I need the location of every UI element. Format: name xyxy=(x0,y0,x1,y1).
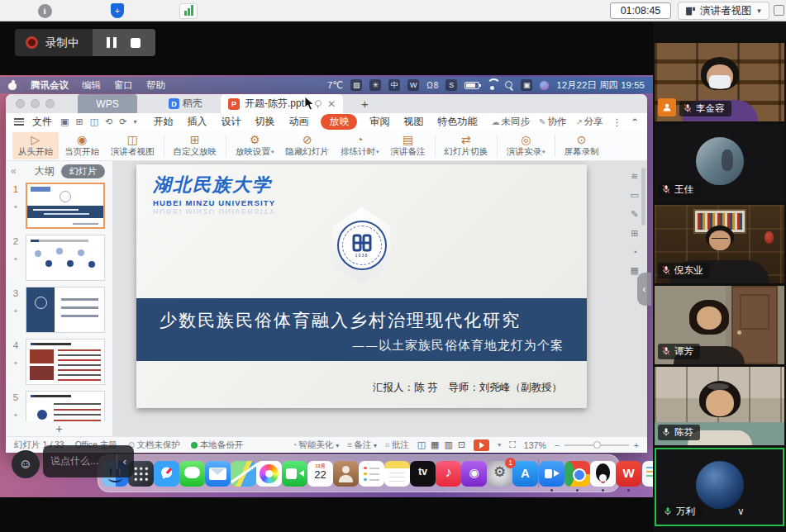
wps-menubar-icon[interactable]: W xyxy=(407,79,419,91)
protect-status[interactable]: ⊙文档未保护 xyxy=(128,439,180,451)
more-options-icon[interactable]: ⋮ xyxy=(612,116,622,128)
collapse-panel-icon[interactable]: « xyxy=(11,165,17,177)
window-controls[interactable] xyxy=(16,99,55,108)
wps-home-button[interactable]: WPS xyxy=(78,94,137,113)
dock-maps-icon[interactable] xyxy=(231,461,256,487)
canvas-side-tools[interactable]: ≋▭✎⊞◔▦ xyxy=(631,171,639,276)
more-caret-icon[interactable]: ▾ xyxy=(133,118,136,126)
hamburger-menu-icon[interactable] xyxy=(14,118,24,126)
pin-tab-icon[interactable] xyxy=(314,100,321,108)
chat-input[interactable]: 说点什么... ‹ xyxy=(43,445,134,477)
quick-access-toolbar[interactable]: ▣ ⊞ ◫ ⟲ ⟳ ▾ xyxy=(60,116,136,127)
new-tab-button[interactable]: + xyxy=(361,97,369,111)
beautify-button[interactable]: ◔智能美化 ▾ xyxy=(292,439,339,451)
zoom-slider[interactable] xyxy=(564,444,629,446)
dock-appstore-icon[interactable] xyxy=(512,461,538,487)
network-signal-icon[interactable] xyxy=(179,2,198,19)
notes-button[interactable]: ≡备注 ▾ xyxy=(347,439,377,451)
participant-tile[interactable]: 倪东业 xyxy=(655,205,784,283)
notification-bell-icon[interactable]: Ω8 xyxy=(426,81,438,90)
dock-safari-icon[interactable] xyxy=(154,461,179,487)
zoom-out-button[interactable]: − xyxy=(555,440,560,450)
ribbon-button-从头开始[interactable]: ▷从头开始 xyxy=(12,132,59,159)
apple-menu-icon[interactable] xyxy=(8,80,17,90)
add-slide-button[interactable]: + xyxy=(6,421,112,436)
slides-tab[interactable]: 幻灯片 xyxy=(61,164,105,178)
sync-status[interactable]: ☁未同步 xyxy=(492,116,531,128)
stop-recording-button[interactable] xyxy=(131,38,141,48)
screen-record-icon[interactable]: ▨ xyxy=(350,79,362,91)
reading-view-icon[interactable]: ▥ xyxy=(445,439,453,450)
pause-recording-button[interactable] xyxy=(107,37,117,48)
play-caret-icon[interactable]: ▾ xyxy=(498,441,501,449)
export-icon[interactable]: ⊞ xyxy=(75,116,83,127)
comments-button[interactable]: ⌗批注 xyxy=(385,439,409,451)
siri-icon[interactable] xyxy=(540,81,549,90)
menubar-menu-1[interactable]: 编辑 xyxy=(82,79,101,92)
security-shield-icon[interactable]: + xyxy=(109,2,126,19)
menubar-menu-3[interactable]: 帮助 xyxy=(146,79,165,92)
dock-appletv-icon[interactable] xyxy=(410,461,436,487)
collab-button[interactable]: ✎协作 xyxy=(539,116,566,128)
slide-thumbnail-4[interactable]: 4✦ xyxy=(6,339,112,385)
dock-music-icon[interactable] xyxy=(436,461,461,487)
slide-thumbnail-2[interactable]: 2✦ xyxy=(6,235,112,281)
record-view-icon[interactable]: ⊡ xyxy=(458,439,465,450)
dock-chrome-icon[interactable] xyxy=(564,461,590,487)
participant-tile[interactable]: 李金容 xyxy=(655,43,784,121)
redo-icon[interactable]: ⟳ xyxy=(119,116,126,127)
dock-reminders-icon[interactable] xyxy=(359,461,384,487)
sidebar-collapse-handle[interactable]: ‹ xyxy=(637,273,651,306)
canvas-scrollbar[interactable] xyxy=(641,168,645,226)
dock-contacts-icon[interactable] xyxy=(333,461,359,487)
ribbon-button-自定义放映[interactable]: ⊞自定义放映 xyxy=(168,132,223,159)
ribbon-button-幻灯片切换[interactable]: ⇄幻灯片切换 xyxy=(439,132,494,159)
ribbon-tab-动画[interactable]: 动画 xyxy=(287,114,310,130)
participant-options-chevron[interactable]: ∨ xyxy=(737,506,745,517)
outline-tab[interactable]: 大纲 xyxy=(35,164,55,178)
ribbon-button-演讲实录[interactable]: ◎演讲实录▾ xyxy=(501,132,551,159)
slide-thumbnail-1[interactable]: 1✦ xyxy=(6,183,112,229)
input-method-icon[interactable]: 中 xyxy=(388,79,400,91)
docer-tab[interactable]: D稻壳 xyxy=(169,97,202,111)
ribbon-button-排练计时[interactable]: ◔排练计时▾ xyxy=(335,132,385,159)
ribbon-button-放映设置[interactable]: ⚙放映设置▾ xyxy=(230,132,280,159)
dock-notes-icon[interactable] xyxy=(384,461,410,487)
dock-wps-icon[interactable] xyxy=(616,461,641,487)
dock-mail-icon[interactable] xyxy=(205,461,231,487)
emoji-button[interactable]: ☺ xyxy=(12,450,40,478)
dock-folder-icon[interactable] xyxy=(642,461,653,487)
document-tab[interactable]: P 开题-陈芬.pptx ✕ xyxy=(221,94,343,113)
wifi-icon[interactable] xyxy=(487,82,498,89)
dock-photos-icon[interactable] xyxy=(256,461,282,487)
participant-tile-active-speaker[interactable]: 万利 ∨ xyxy=(655,448,784,526)
spotlight-search-icon[interactable] xyxy=(505,81,513,89)
dock-settings-icon[interactable]: 1 xyxy=(487,461,512,487)
dock-facetime-icon[interactable] xyxy=(282,461,307,487)
participant-tile[interactable]: 陈芬 xyxy=(655,367,784,445)
menubar-menu-2[interactable]: 窗口 xyxy=(114,79,133,92)
print-icon[interactable]: ◫ xyxy=(90,116,98,127)
save-icon[interactable]: ▣ xyxy=(60,116,69,127)
ribbon-tab-开始[interactable]: 开始 xyxy=(151,114,174,130)
zoom-percent[interactable]: 137% xyxy=(524,440,546,450)
play-slideshow-button[interactable] xyxy=(474,439,489,451)
menubar-menu-0[interactable]: 腾讯会议 xyxy=(31,79,69,92)
dock-podcasts-icon[interactable] xyxy=(461,461,487,487)
dock-calendar-icon[interactable]: 12月22 xyxy=(307,461,333,487)
participant-tile[interactable]: 王佳 xyxy=(655,124,784,202)
app-s-icon[interactable]: S xyxy=(445,79,457,91)
normal-view-icon[interactable]: ◫ xyxy=(417,439,426,450)
participant-tile[interactable]: 谭芳 xyxy=(655,286,784,364)
ribbon-tab-设计[interactable]: 设计 xyxy=(219,114,242,130)
menubar-datetime[interactable]: 12月22日 周四 19:55 xyxy=(556,79,645,92)
slide-thumbnail-3[interactable]: 3✦ xyxy=(6,287,112,333)
ribbon-button-演讲者视图[interactable]: ◫演讲者视图 xyxy=(105,132,160,159)
fit-window-icon[interactable]: ⛶ xyxy=(509,439,516,450)
helper-icon[interactable]: ✳ xyxy=(369,79,381,91)
close-tab-icon[interactable]: ✕ xyxy=(327,98,336,110)
share-button[interactable]: ↗分享 xyxy=(575,116,603,128)
view-mode-button[interactable]: 演讲者视图 ▼ xyxy=(678,2,769,20)
zoom-in-button[interactable]: + xyxy=(634,440,639,450)
info-icon[interactable]: i xyxy=(36,2,53,19)
